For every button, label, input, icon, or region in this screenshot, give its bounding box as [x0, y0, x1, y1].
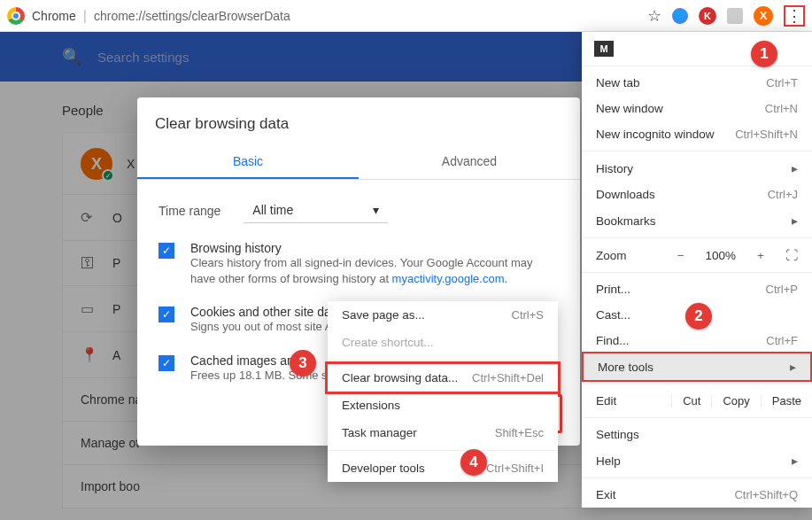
divider: | [83, 8, 87, 24]
menu-copy[interactable]: Copy [711, 394, 760, 407]
menu-cut[interactable]: Cut [671, 394, 711, 407]
tab-advanced[interactable]: Advanced [359, 145, 580, 179]
toolbar-actions: ☆ 🌐 K X ⋮ [647, 5, 805, 27]
chevron-right-icon: ▸ [792, 161, 798, 175]
callout-3: 3 [290, 350, 316, 376]
submenu-save-page[interactable]: Save page as...Ctrl+S [328, 301, 558, 329]
submenu-clear-browsing-data[interactable]: Clear browsing data...Ctrl+Shift+Del [328, 364, 558, 392]
submenu-developer-tools[interactable]: Developer toolsCtrl+Shift+I [328, 454, 558, 482]
fullscreen-icon[interactable]: ⛶ [785, 248, 798, 262]
menu-print[interactable]: Print...Ctrl+P [582, 276, 812, 302]
menu-edit-row: Edit Cut Copy Paste [582, 388, 812, 414]
callout-1: 1 [751, 41, 777, 67]
chevron-down-icon: ▾ [373, 203, 379, 217]
separator [582, 151, 812, 151]
checkbox-icon[interactable]: ✓ [159, 307, 174, 322]
extension-icon[interactable] [727, 8, 743, 24]
check-browsing-history[interactable]: ✓ Browsing history Clears history from a… [137, 232, 580, 296]
separator [582, 272, 812, 273]
submenu-extensions[interactable]: Extensions [328, 392, 558, 419]
m-logo-icon: M [594, 41, 614, 57]
menu-new-window[interactable]: New windowCtrl+N [582, 96, 812, 121]
separator [328, 450, 558, 451]
separator [582, 477, 812, 478]
more-tools-submenu: Save page as...Ctrl+S Create shortcut...… [328, 301, 558, 482]
menu-history[interactable]: History▸ [582, 155, 812, 182]
browser-name: Chrome [32, 9, 76, 23]
kebab-menu-icon[interactable]: ⋮ [784, 5, 805, 27]
zoom-value: 100% [706, 249, 737, 262]
time-range-row: Time range All time ▾ [137, 180, 580, 232]
chevron-right-icon: ▸ [792, 454, 798, 468]
globe-icon[interactable]: 🌐 [672, 8, 688, 24]
menu-zoom: Zoom − 100% + ⛶ [582, 242, 812, 268]
separator [328, 360, 558, 361]
separator [582, 237, 812, 238]
menu-new-tab[interactable]: New tabCtrl+T [582, 70, 812, 96]
url-text[interactable]: chrome://settings/clearBrowserData [94, 9, 640, 23]
chrome-main-menu: M New tabCtrl+T New windowCtrl+N New inc… [582, 32, 812, 508]
checkbox-icon[interactable]: ✓ [159, 243, 174, 259]
callout-2: 2 [685, 303, 712, 330]
menu-find[interactable]: Find...Ctrl+F [582, 328, 812, 353]
zoom-out-button[interactable]: − [672, 249, 690, 262]
submenu-task-manager[interactable]: Task managerShift+Esc [328, 419, 558, 446]
callout-4: 4 [460, 449, 487, 476]
time-range-select[interactable]: All time ▾ [244, 198, 388, 223]
time-range-label: Time range [159, 204, 220, 218]
separator [582, 66, 812, 66]
tab-basic[interactable]: Basic [137, 145, 359, 179]
menu-downloads[interactable]: DownloadsCtrl+J [582, 182, 812, 207]
dialog-title: Clear browsing data [137, 97, 580, 145]
myactivity-link[interactable]: myactivity.google.com [392, 272, 505, 285]
chevron-right-icon: ▸ [792, 213, 798, 228]
separator [582, 384, 812, 384]
menu-exit[interactable]: ExitCtrl+Shift+Q [582, 482, 812, 508]
chevron-right-icon: ▸ [790, 360, 796, 374]
menu-paste[interactable]: Paste [761, 394, 812, 407]
menu-more-tools[interactable]: More tools▸ [584, 353, 810, 380]
profile-avatar[interactable]: X [754, 6, 773, 26]
menu-incognito[interactable]: New incognito windowCtrl+Shift+N [582, 121, 812, 147]
menu-bookmarks[interactable]: Bookmarks▸ [582, 207, 812, 234]
menu-help[interactable]: Help▸ [582, 447, 812, 474]
chrome-logo-icon [7, 7, 25, 25]
zoom-in-button[interactable]: + [752, 249, 769, 262]
separator [582, 417, 812, 418]
dialog-tabs: Basic Advanced [137, 145, 580, 180]
bookmark-star-icon[interactable]: ☆ [647, 6, 661, 26]
extension-k-icon[interactable]: K [699, 7, 716, 25]
browser-toolbar: Chrome | chrome://settings/clearBrowserD… [0, 0, 812, 32]
checkbox-icon[interactable]: ✓ [159, 355, 174, 371]
menu-settings[interactable]: Settings [582, 422, 812, 447]
submenu-create-shortcut: Create shortcut... [328, 329, 558, 356]
